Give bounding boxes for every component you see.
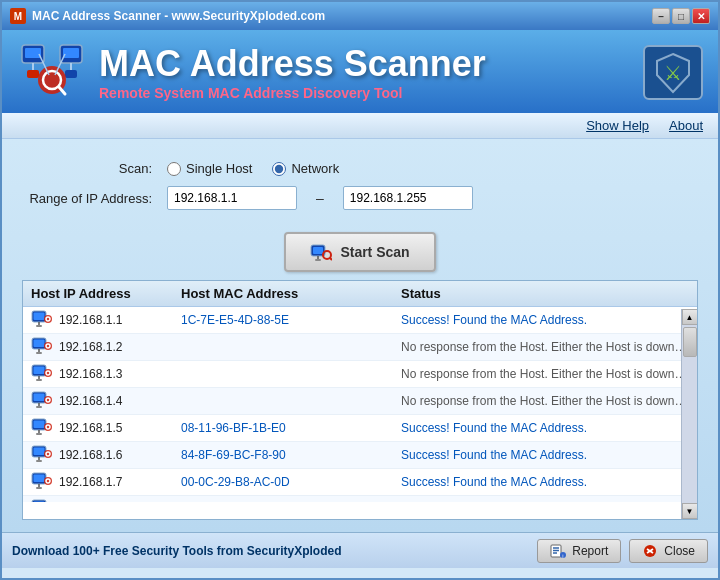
scroll-down-arrow[interactable]: ▼ <box>682 503 698 519</box>
svg-point-55 <box>44 450 52 458</box>
close-label: Close <box>664 544 695 558</box>
menu-bar: Show Help About <box>2 113 718 139</box>
cell-status: No response from the Host. Either the Ho… <box>401 394 689 408</box>
scan-type-row: Scan: Single Host Network <box>22 161 698 176</box>
network-radio[interactable] <box>272 162 286 176</box>
cell-ip: 192.168.1.8 <box>31 499 181 502</box>
cell-ip: 192.168.1.1 <box>31 310 181 330</box>
network-radio-item[interactable]: Network <box>272 161 339 176</box>
status-bar: Download 100+ Free Security Tools from S… <box>2 532 718 568</box>
ip-to-input[interactable] <box>343 186 473 210</box>
svg-rect-30 <box>36 352 42 354</box>
svg-rect-1 <box>25 48 41 58</box>
host-icon <box>31 337 53 357</box>
host-icon <box>31 391 53 411</box>
host-icon <box>31 418 53 438</box>
table-row[interactable]: 192.168.1.6 84-8F-69-BC-F8-90Success! Fo… <box>23 442 697 469</box>
host-icon <box>31 310 53 330</box>
svg-rect-5 <box>63 48 79 58</box>
scan-type-radio-group: Single Host Network <box>167 161 339 176</box>
table-scrollbar[interactable]: ▲ ▼ <box>681 309 697 519</box>
scan-options: Scan: Single Host Network Range of IP Ad… <box>22 151 698 220</box>
cell-ip: 192.168.1.7 <box>31 472 181 492</box>
svg-rect-36 <box>36 379 42 381</box>
scan-button-area: Start Scan <box>22 220 698 280</box>
table-row[interactable]: 192.168.1.7 00-0C-29-B8-AC-0DSuccess! Fo… <box>23 469 697 496</box>
table-row[interactable]: 192.168.1.3 No response from the Host. E… <box>23 361 697 388</box>
svg-rect-3 <box>27 70 39 78</box>
col-header-ip: Host IP Address <box>31 286 181 301</box>
app-icon: M <box>10 8 26 24</box>
scroll-thumb[interactable] <box>683 327 697 357</box>
table-row[interactable]: 192.168.1.2 No response from the Host. E… <box>23 334 697 361</box>
svg-rect-28 <box>34 340 45 348</box>
svg-rect-64 <box>34 502 45 503</box>
report-button[interactable]: i Report <box>537 539 621 563</box>
show-help-menu[interactable]: Show Help <box>586 118 649 133</box>
table-row[interactable]: 192.168.1.1 1C-7E-E5-4D-88-5ESuccess! Fo… <box>23 307 697 334</box>
cell-status: Success! Found the MAC Address. <box>401 475 689 489</box>
svg-rect-24 <box>36 325 42 327</box>
host-icon <box>31 364 53 384</box>
close-window-button[interactable]: ✕ <box>692 8 710 24</box>
table-body[interactable]: 192.168.1.1 1C-7E-E5-4D-88-5ESuccess! Fo… <box>23 307 697 502</box>
cell-status: No response from the Host. Either the Ho… <box>401 340 689 354</box>
table-row[interactable]: 192.168.1.4 No response from the Host. E… <box>23 388 697 415</box>
table-row[interactable]: 192.168.1.8 No response from the Host. E… <box>23 496 697 502</box>
col-header-status: Status <box>401 286 689 301</box>
cell-mac: 00-0C-29-B8-AC-0D <box>181 475 401 489</box>
svg-rect-40 <box>34 394 45 402</box>
network-label: Network <box>291 161 339 176</box>
svg-rect-7 <box>65 70 77 78</box>
cell-status: Success! Found the MAC Address. <box>401 313 689 327</box>
single-host-radio[interactable] <box>167 162 181 176</box>
start-scan-button[interactable]: Start Scan <box>284 232 435 272</box>
title-bar: M MAC Address Scanner - www.SecurityXplo… <box>2 2 718 30</box>
app-title: MAC Address Scanner <box>99 44 486 84</box>
svg-point-61 <box>44 477 52 485</box>
app-subtitle: Remote System MAC Address Discovery Tool <box>99 85 486 101</box>
report-label: Report <box>572 544 608 558</box>
cell-status: Success! Found the MAC Address. <box>401 421 689 435</box>
app-logo-icon <box>17 40 87 105</box>
cell-mac: 08-11-96-BF-1B-E0 <box>181 421 401 435</box>
about-menu[interactable]: About <box>669 118 703 133</box>
host-icon <box>31 445 53 465</box>
cell-ip: 192.168.1.2 <box>31 337 181 357</box>
app-header: MAC Address Scanner Remote System MAC Ad… <box>2 30 718 113</box>
scan-type-label: Scan: <box>22 161 152 176</box>
svg-rect-34 <box>34 367 45 375</box>
scroll-up-arrow[interactable]: ▲ <box>682 309 698 325</box>
svg-rect-52 <box>34 448 45 456</box>
svg-rect-60 <box>36 487 42 489</box>
svg-rect-22 <box>34 313 45 321</box>
svg-rect-54 <box>36 460 42 462</box>
svg-rect-46 <box>34 421 45 429</box>
report-icon: i <box>550 544 566 558</box>
svg-line-20 <box>330 258 332 260</box>
close-icon <box>642 544 658 558</box>
window-controls: – □ ✕ <box>652 8 710 24</box>
ip-range-dash: – <box>316 190 324 206</box>
cell-ip: 192.168.1.6 <box>31 445 181 465</box>
results-table-area: Host IP Address Host MAC Address Status … <box>22 280 698 520</box>
maximize-button[interactable]: □ <box>672 8 690 24</box>
close-button[interactable]: Close <box>629 539 708 563</box>
status-text: Download 100+ Free Security Tools from S… <box>12 544 342 558</box>
scan-icon <box>310 242 332 262</box>
minimize-button[interactable]: – <box>652 8 670 24</box>
svg-point-49 <box>44 423 52 431</box>
cell-ip: 192.168.1.5 <box>31 418 181 438</box>
table-row[interactable]: 192.168.1.5 08-11-96-BF-1B-E0Success! Fo… <box>23 415 697 442</box>
svg-point-43 <box>44 396 52 404</box>
cell-mac: 84-8F-69-BC-F8-90 <box>181 448 401 462</box>
ip-range-label: Range of IP Address: <box>22 191 152 206</box>
svg-text:⚔: ⚔ <box>664 62 682 84</box>
single-host-radio-item[interactable]: Single Host <box>167 161 252 176</box>
single-host-label: Single Host <box>186 161 252 176</box>
ip-from-input[interactable] <box>167 186 297 210</box>
svg-rect-48 <box>36 433 42 435</box>
svg-point-25 <box>44 315 52 323</box>
main-content: Scan: Single Host Network Range of IP Ad… <box>2 139 718 532</box>
cell-ip: 192.168.1.3 <box>31 364 181 384</box>
